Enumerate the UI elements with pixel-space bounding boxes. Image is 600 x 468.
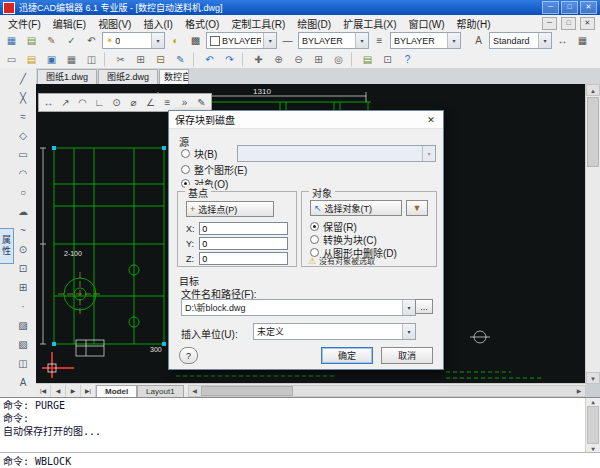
document-window-button[interactable]: ─ bbox=[542, 17, 557, 30]
copy-icon[interactable]: ⊞ bbox=[131, 51, 150, 68]
maximize-button[interactable]: □ bbox=[561, 1, 578, 14]
browse-button[interactable]: ... bbox=[415, 299, 433, 314]
point-icon[interactable]: · bbox=[13, 298, 33, 316]
model-tab[interactable]: Model bbox=[96, 385, 137, 397]
ellipse-icon[interactable]: ⊙ bbox=[13, 241, 33, 259]
line-icon[interactable]: ╱ bbox=[13, 70, 33, 88]
horizontal-scroll-thumb[interactable] bbox=[201, 386, 293, 396]
doc-tab-sheet2[interactable]: 图纸2.dwg bbox=[98, 69, 158, 84]
menu-item[interactable]: 窗口(W) bbox=[403, 16, 451, 31]
polyline-icon[interactable]: ≈ bbox=[13, 108, 33, 126]
vertical-scroll-thumb[interactable] bbox=[587, 97, 599, 167]
continue-dimension-icon[interactable]: » bbox=[176, 94, 193, 111]
pan-icon[interactable]: ✚ bbox=[249, 51, 268, 68]
color-combo[interactable]: BYLAYER ▾ bbox=[206, 32, 277, 49]
horizontal-scrollbar[interactable]: ◀ ▶ bbox=[188, 385, 586, 397]
aligned-dimension-icon[interactable]: ↗ bbox=[57, 94, 74, 111]
new-file-icon[interactable]: ▭ bbox=[2, 51, 21, 68]
lineweight-combo[interactable]: BYLAYER ▾ bbox=[390, 32, 461, 49]
insert-block-icon[interactable]: ⊡ bbox=[13, 260, 33, 278]
qselect-icon[interactable]: ▦ bbox=[2, 32, 21, 49]
layer-previous-icon[interactable]: ↶ bbox=[82, 32, 101, 49]
arc-length-dimension-icon[interactable]: ◠ bbox=[74, 94, 91, 111]
redo-icon[interactable]: ↷ bbox=[220, 51, 239, 68]
ok-button[interactable]: 确定 bbox=[321, 347, 373, 364]
doc-tab-sheet1[interactable]: 图纸1.dwg bbox=[37, 69, 97, 84]
text-style-combo[interactable]: Standard ▾ bbox=[489, 32, 552, 49]
dimension-edit-icon[interactable]: ✎ bbox=[193, 94, 210, 111]
scroll-up-icon[interactable]: ▲ bbox=[591, 398, 595, 405]
revcloud-icon[interactable]: ☁ bbox=[13, 203, 33, 221]
command-input-line[interactable]: 命令: WBLOCK bbox=[0, 452, 600, 468]
dim-style-icon[interactable]: ↔ bbox=[553, 32, 572, 49]
dialog-close-icon[interactable]: ✕ bbox=[419, 112, 443, 128]
properties-palette-tab[interactable]: 属性 bbox=[0, 228, 14, 264]
scroll-left-icon[interactable]: ◀ bbox=[189, 387, 201, 394]
insert-units-combo[interactable]: 未定义 ▾ bbox=[253, 323, 416, 340]
menu-item[interactable]: 格式(O) bbox=[179, 16, 225, 31]
layer-properties-icon[interactable]: ▤ bbox=[22, 32, 41, 49]
arc-icon[interactable]: ◠ bbox=[13, 165, 33, 183]
ordinate-dimension-icon[interactable]: ∟ bbox=[91, 94, 108, 111]
linear-dimension-icon[interactable]: ↔ bbox=[40, 94, 57, 111]
plot-preview-icon[interactable]: ◫ bbox=[82, 51, 101, 68]
quick-dimension-icon[interactable]: ≡ bbox=[159, 94, 176, 111]
layout1-tab[interactable]: Layout1 bbox=[137, 385, 183, 397]
select-objects-button[interactable]: ↖ 选择对象(T) bbox=[310, 200, 402, 216]
pick-point-button[interactable]: + 选择点(P) bbox=[186, 201, 274, 217]
paste-icon[interactable]: ⊟ bbox=[151, 51, 170, 68]
linetype-combo[interactable]: BYLAYER ▾ bbox=[298, 32, 369, 49]
properties-palette-icon[interactable]: ▤ bbox=[358, 51, 377, 68]
layer-combo[interactable]: ☀ 0 ▾ bbox=[102, 32, 165, 49]
scroll-right-icon[interactable]: ▶ bbox=[573, 387, 585, 394]
command-history[interactable]: 命令: PURGE命令:自动保存打开的图... bbox=[3, 399, 584, 451]
menu-item[interactable]: 扩展工具(X) bbox=[337, 16, 402, 31]
layer-off-icon[interactable]: ◐ bbox=[166, 32, 185, 49]
layer-states-icon[interactable]: ✎ bbox=[42, 32, 61, 49]
layout-nav-button[interactable]: ◀ bbox=[51, 385, 66, 397]
base-z-input[interactable] bbox=[199, 252, 288, 265]
spline-icon[interactable]: ~ bbox=[13, 222, 33, 240]
mtext-icon[interactable]: A bbox=[13, 374, 33, 392]
make-block-icon[interactable]: ⊞ bbox=[13, 279, 33, 297]
menu-item[interactable]: 文件(F) bbox=[2, 16, 47, 31]
layout-nav-button[interactable]: |◀ bbox=[36, 385, 51, 397]
dialog-help-button[interactable]: ? bbox=[179, 347, 198, 364]
text-style-icon[interactable]: A bbox=[469, 32, 488, 49]
lineweight-icon[interactable]: ≡ bbox=[370, 32, 389, 49]
source-block-radio[interactable] bbox=[181, 149, 190, 158]
layout-nav-button[interactable]: ▶| bbox=[81, 385, 96, 397]
save-file-icon[interactable]: ▣ bbox=[42, 51, 61, 68]
scroll-down-icon[interactable]: ▼ bbox=[586, 372, 600, 384]
menu-item[interactable]: 编辑(E) bbox=[47, 16, 92, 31]
base-y-input[interactable] bbox=[199, 237, 288, 250]
base-x-input[interactable] bbox=[199, 222, 288, 235]
help-icon[interactable]: ? bbox=[398, 51, 417, 68]
cut-icon[interactable]: ✂ bbox=[111, 51, 130, 68]
doc-tab-current[interactable]: 数控自动送料机.dwg bbox=[159, 69, 189, 84]
design-center-icon[interactable]: ⊡ bbox=[378, 51, 397, 68]
vertical-scrollbar[interactable]: ▲ ▼ bbox=[585, 84, 600, 384]
convert-radio[interactable] bbox=[310, 235, 319, 244]
gradient-icon[interactable]: ▧ bbox=[13, 336, 33, 354]
command-scrollbar[interactable]: ▲ ▼ bbox=[585, 398, 600, 452]
close-button[interactable]: ✕ bbox=[580, 1, 597, 14]
menu-item[interactable]: 插入(I) bbox=[137, 16, 178, 31]
undo-icon[interactable]: ↶ bbox=[200, 51, 219, 68]
cancel-button[interactable]: 取消 bbox=[381, 347, 433, 364]
quick-select-button[interactable]: ▼ bbox=[406, 200, 428, 216]
scroll-up-icon[interactable]: ▲ bbox=[586, 84, 600, 96]
menu-item[interactable]: 绘图(D) bbox=[291, 16, 337, 31]
document-window-button[interactable]: □ bbox=[561, 17, 576, 30]
scroll-down-icon[interactable]: ▼ bbox=[591, 445, 595, 452]
layer-isolate-icon[interactable]: ▩ bbox=[186, 32, 205, 49]
minimize-button[interactable]: ─ bbox=[542, 1, 559, 14]
file-path-combo[interactable]: D:\新block.dwg ▾ bbox=[181, 299, 416, 316]
menu-item[interactable]: 定制工具(R) bbox=[225, 16, 291, 31]
layout-nav-button[interactable]: ▶ bbox=[66, 385, 81, 397]
zoom-extents-icon[interactable]: ◎ bbox=[329, 51, 348, 68]
menu-item[interactable]: 帮助(H) bbox=[451, 16, 497, 31]
construction-line-icon[interactable]: ╳ bbox=[13, 89, 33, 107]
diameter-dimension-icon[interactable]: ⌀ bbox=[125, 94, 142, 111]
zoom-in-icon[interactable]: ⊕ bbox=[269, 51, 288, 68]
